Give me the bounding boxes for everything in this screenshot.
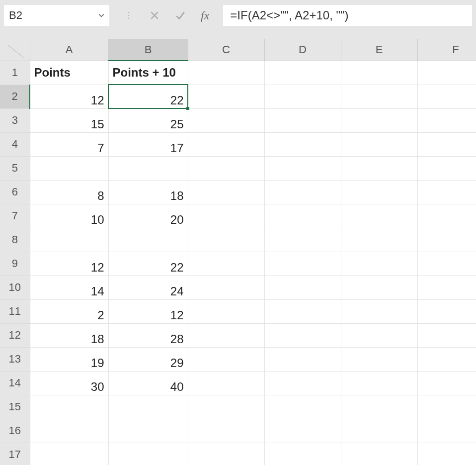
cell-C2[interactable] bbox=[188, 85, 264, 108]
cell-F1[interactable] bbox=[417, 61, 476, 85]
cell-C11[interactable] bbox=[188, 299, 264, 323]
row-header[interactable]: 4 bbox=[0, 132, 30, 156]
formula-input[interactable]: =IF(A2<>"", A2+10, "") bbox=[223, 5, 472, 26]
cell-E4[interactable] bbox=[341, 132, 417, 156]
cell-A1[interactable]: Points bbox=[30, 61, 108, 85]
cell-B8[interactable] bbox=[108, 228, 188, 252]
cell-F17[interactable] bbox=[417, 443, 476, 465]
cell-D15[interactable] bbox=[264, 395, 341, 419]
cell-C4[interactable] bbox=[188, 132, 264, 156]
cell-C9[interactable] bbox=[188, 252, 264, 276]
cell-B14[interactable]: 40 bbox=[108, 371, 188, 395]
row-header[interactable]: 11 bbox=[0, 299, 30, 323]
cell-B3[interactable]: 25 bbox=[108, 108, 188, 132]
cell-B6[interactable]: 18 bbox=[108, 180, 188, 204]
cell-F16[interactable] bbox=[417, 419, 476, 443]
cell-A4[interactable]: 7 bbox=[30, 132, 108, 156]
row-header[interactable]: 12 bbox=[0, 323, 30, 347]
cell-B5[interactable] bbox=[108, 156, 188, 180]
cell-C5[interactable] bbox=[188, 156, 264, 180]
cell-B17[interactable] bbox=[108, 443, 188, 465]
cell-F5[interactable] bbox=[417, 156, 476, 180]
cell-E10[interactable] bbox=[341, 276, 417, 299]
row-header[interactable]: 8 bbox=[0, 228, 30, 252]
cell-E14[interactable] bbox=[341, 371, 417, 395]
cell-F14[interactable] bbox=[417, 371, 476, 395]
row-header[interactable]: 10 bbox=[0, 276, 30, 299]
cell-B9[interactable]: 22 bbox=[108, 252, 188, 276]
cell-B12[interactable]: 28 bbox=[108, 323, 188, 347]
cell-B13[interactable]: 29 bbox=[108, 347, 188, 371]
chevron-down-icon[interactable] bbox=[98, 12, 104, 18]
cell-D5[interactable] bbox=[264, 156, 341, 180]
row-header[interactable]: 1 bbox=[0, 61, 30, 85]
fx-icon[interactable]: fx bbox=[201, 9, 209, 22]
cell-B4[interactable]: 17 bbox=[108, 132, 188, 156]
cell-C7[interactable] bbox=[188, 204, 264, 228]
cell-C8[interactable] bbox=[188, 228, 264, 252]
cell-E17[interactable] bbox=[341, 443, 417, 465]
cell-F3[interactable] bbox=[417, 108, 476, 132]
cancel-icon[interactable] bbox=[149, 10, 160, 21]
cell-F6[interactable] bbox=[417, 180, 476, 204]
cell-F9[interactable] bbox=[417, 252, 476, 276]
cell-E12[interactable] bbox=[341, 323, 417, 347]
row-header[interactable]: 16 bbox=[0, 419, 30, 443]
row-header[interactable]: 13 bbox=[0, 347, 30, 371]
cell-D2[interactable] bbox=[264, 85, 341, 108]
cell-D9[interactable] bbox=[264, 252, 341, 276]
cell-E16[interactable] bbox=[341, 419, 417, 443]
confirm-icon[interactable] bbox=[175, 10, 186, 21]
cell-A3[interactable]: 15 bbox=[30, 108, 108, 132]
cell-C3[interactable] bbox=[188, 108, 264, 132]
cell-C1[interactable] bbox=[188, 61, 264, 85]
cell-D8[interactable] bbox=[264, 228, 341, 252]
cell-D12[interactable] bbox=[264, 323, 341, 347]
cell-A7[interactable]: 10 bbox=[30, 204, 108, 228]
cell-F12[interactable] bbox=[417, 323, 476, 347]
cell-D4[interactable] bbox=[264, 132, 341, 156]
cell-A10[interactable]: 14 bbox=[30, 276, 108, 299]
cell-A14[interactable]: 30 bbox=[30, 371, 108, 395]
cell-C10[interactable] bbox=[188, 276, 264, 299]
cell-D14[interactable] bbox=[264, 371, 341, 395]
cell-F10[interactable] bbox=[417, 276, 476, 299]
cell-D16[interactable] bbox=[264, 419, 341, 443]
cell-A8[interactable] bbox=[30, 228, 108, 252]
cell-A2[interactable]: 12 bbox=[30, 85, 108, 108]
row-header[interactable]: 2 bbox=[0, 85, 30, 108]
cell-F8[interactable] bbox=[417, 228, 476, 252]
cell-D3[interactable] bbox=[264, 108, 341, 132]
cell-C16[interactable] bbox=[188, 419, 264, 443]
row-header[interactable]: 3 bbox=[0, 108, 30, 132]
cell-E8[interactable] bbox=[341, 228, 417, 252]
row-header[interactable]: 6 bbox=[0, 180, 30, 204]
row-header[interactable]: 7 bbox=[0, 204, 30, 228]
row-header[interactable]: 15 bbox=[0, 395, 30, 419]
cell-D6[interactable] bbox=[264, 180, 341, 204]
select-all-corner[interactable] bbox=[0, 39, 30, 61]
cell-A9[interactable]: 12 bbox=[30, 252, 108, 276]
cell-B15[interactable] bbox=[108, 395, 188, 419]
cell-C17[interactable] bbox=[188, 443, 264, 465]
cell-E1[interactable] bbox=[341, 61, 417, 85]
column-header-B[interactable]: B bbox=[108, 39, 188, 61]
cell-A11[interactable]: 2 bbox=[30, 299, 108, 323]
cell-F11[interactable] bbox=[417, 299, 476, 323]
cell-C14[interactable] bbox=[188, 371, 264, 395]
cell-B10[interactable]: 24 bbox=[108, 276, 188, 299]
row-header[interactable]: 9 bbox=[0, 252, 30, 276]
cell-F2[interactable] bbox=[417, 85, 476, 108]
cell-F4[interactable] bbox=[417, 132, 476, 156]
grid[interactable]: ABCDEF1PointsPoints + 102122231525471756… bbox=[0, 39, 476, 465]
name-box[interactable]: B2 bbox=[4, 5, 109, 26]
cell-B2[interactable]: 22 bbox=[108, 85, 188, 108]
cell-F15[interactable] bbox=[417, 395, 476, 419]
cell-D1[interactable] bbox=[264, 61, 341, 85]
column-header-D[interactable]: D bbox=[264, 39, 341, 61]
cell-D10[interactable] bbox=[264, 276, 341, 299]
row-header[interactable]: 5 bbox=[0, 156, 30, 180]
cell-C6[interactable] bbox=[188, 180, 264, 204]
cell-A15[interactable] bbox=[30, 395, 108, 419]
cell-F13[interactable] bbox=[417, 347, 476, 371]
